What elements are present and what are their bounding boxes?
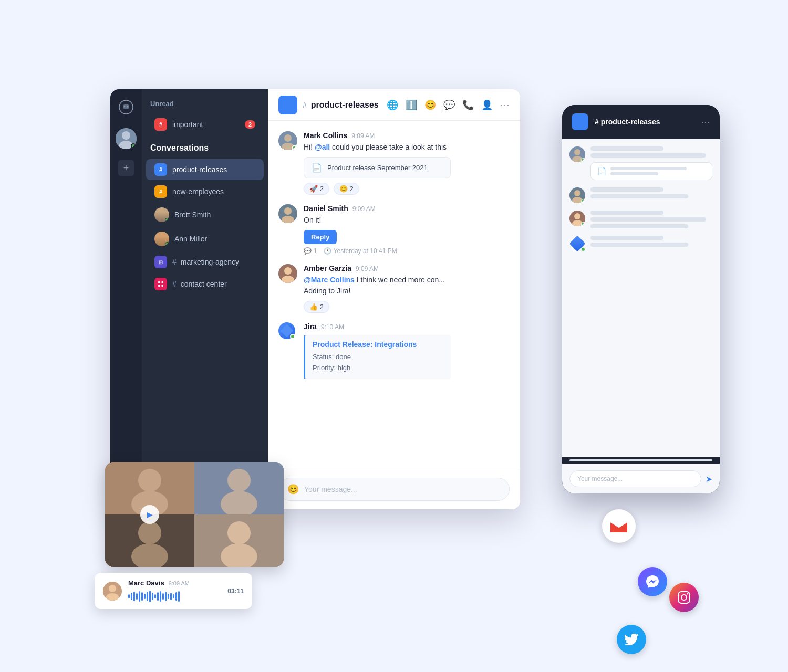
sidebar-item-important[interactable]: # important 2 (146, 114, 264, 135)
svg-rect-6 (158, 281, 160, 284)
jira-card[interactable]: Product Release: Integrations Status: do… (304, 335, 451, 379)
message-input-container[interactable]: 😊 Your message... (278, 478, 510, 501)
msg-sender: Daniel Smith (304, 204, 348, 213)
comment-icon: 💬 (304, 247, 312, 255)
svg-rect-43 (194, 514, 284, 567)
mobile-text-line (590, 211, 663, 215)
reply-button[interactable]: Reply (304, 230, 337, 244)
wave-bar (157, 592, 159, 601)
channel-icon-product-releases: # (154, 163, 167, 176)
unread-badge: 2 (245, 120, 255, 129)
reaction-rocket[interactable]: 🚀 2 (304, 183, 329, 195)
sidebar-item-label: product-releases (172, 165, 227, 174)
sidebar-item-brett-smith[interactable]: Brett Smith (146, 203, 264, 226)
message-row: Amber Garzia 9:09 AM @Marc Collins I thi… (278, 264, 510, 313)
twitter-icon[interactable] (617, 625, 646, 654)
video-overlay: ▶ (105, 462, 284, 567)
sidebar-item-new-employees[interactable]: # new-employees (146, 181, 264, 202)
emoji-picker-icon[interactable]: 😊 (287, 484, 299, 495)
svg-rect-9 (162, 285, 164, 287)
msg-sender: Amber Garzia (304, 264, 351, 272)
reply-count: 💬 1 (304, 247, 317, 255)
mobile-msg-lines (590, 211, 712, 228)
instagram-icon[interactable] (669, 583, 699, 612)
svg-point-20 (574, 149, 580, 155)
sidebar-item-ann-miller[interactable]: Ann Miller (146, 227, 264, 250)
svg-point-49 (681, 595, 687, 600)
attachment-name: Product release September 2021 (327, 164, 428, 172)
globe-icon[interactable]: 🌐 (387, 99, 398, 111)
msg-content-amber: Amber Garzia 9:09 AM @Marc Collins I thi… (304, 264, 510, 313)
msg-avatar-amber (278, 264, 297, 283)
svg-rect-8 (158, 285, 160, 287)
msg-time: 9:09 AM (351, 132, 375, 140)
message-row: Daniel Smith 9:09 AM On it! Reply 💬 1 🕐 (278, 204, 510, 255)
msg-time: 9:10 AM (321, 323, 344, 331)
sidebar-item-label: contact center (181, 280, 227, 288)
mobile-attach-line (610, 172, 658, 175)
mobile-message-input[interactable]: Your message... (569, 470, 701, 487)
sidebar-item-contact-center[interactable]: # contact center (146, 274, 264, 295)
person-icon[interactable]: 👤 (481, 99, 493, 111)
play-button[interactable]: ▶ (140, 505, 159, 524)
sidebar-item-marketing-agency[interactable]: ⊞ # marketing-agency (146, 251, 264, 272)
mobile-channel-name: # product-releases (595, 118, 694, 126)
sidebar-item-label: marketing-agency (181, 258, 239, 266)
wave-bar (162, 593, 164, 600)
messenger-icon[interactable] (638, 567, 667, 596)
sidebar-item-label: Brett Smith (174, 211, 211, 219)
mobile-text-line (590, 224, 688, 228)
message-input-placeholder: Your message... (304, 485, 501, 494)
mobile-attachment: 📄 (590, 162, 712, 180)
wave-bar (149, 591, 151, 602)
mobile-msg-lines: 📄 (590, 146, 712, 180)
add-button[interactable]: + (118, 160, 134, 176)
msg-text: On it! (304, 215, 510, 226)
sidebar-item-product-releases[interactable]: # product-releases (146, 159, 264, 180)
msg-attachment[interactable]: 📄 Product release September 2021 (304, 157, 451, 178)
msg-content-jira: Jira 9:10 AM Product Release: Integratio… (304, 322, 510, 379)
svg-point-26 (574, 213, 580, 219)
msg-content-mark: Mark Collins 9:09 AM Hi! @all could you … (304, 131, 510, 195)
mobile-msg-lines (590, 236, 712, 247)
msg-avatar-mark (278, 131, 297, 150)
reaction-smile[interactable]: 😊 2 (334, 183, 359, 195)
phone-icon[interactable]: 📞 (462, 99, 474, 111)
reaction-thumbs-up[interactable]: 👍 2 (304, 301, 329, 313)
conversations-sidebar: Unread # important 2 Conversations # pro… (142, 89, 268, 509)
jira-priority: Priority: high (313, 363, 443, 374)
mobile-msg-avatar (569, 187, 585, 203)
mobile-channel-icon (572, 113, 588, 130)
mobile-msg-row: 📄 (569, 146, 712, 180)
mobile-attach-line (610, 167, 687, 170)
mobile-jira-row (569, 236, 712, 251)
chat-header: # product-releases 🌐 ℹ️ 😊 💬 📞 👤 ⋯ (268, 89, 520, 121)
svg-point-4 (122, 131, 130, 140)
mobile-send-icon[interactable]: ➤ (706, 474, 712, 484)
mobile-jira-avatar (569, 236, 585, 251)
wave-bar (139, 591, 140, 602)
msg-content-daniel: Daniel Smith 9:09 AM On it! Reply 💬 1 🕐 (304, 204, 510, 255)
mobile-input-row[interactable]: Your message... ➤ (562, 464, 720, 494)
chat-icon[interactable]: 💬 (443, 99, 455, 111)
more-icon[interactable]: ⋯ (500, 99, 510, 111)
mobile-msg-row (569, 187, 712, 203)
ann-miller-avatar (154, 232, 169, 246)
voice-avatar (103, 582, 122, 601)
mobile-msg-lines (590, 187, 712, 198)
mobile-more-icon[interactable]: ⋯ (701, 116, 710, 128)
info-icon[interactable]: ℹ️ (406, 99, 417, 111)
mobile-messages: 📄 (562, 139, 720, 457)
wave-bar (152, 593, 153, 600)
channel-header-name: product-releases (311, 100, 381, 110)
wave-bar (136, 593, 138, 600)
mobile-text-line (590, 217, 706, 222)
emoji-icon[interactable]: 😊 (424, 99, 436, 111)
wave-bar (144, 594, 146, 599)
gmail-icon[interactable] (602, 509, 636, 543)
mobile-text-line (590, 236, 663, 240)
user-avatar[interactable] (116, 128, 137, 149)
sidebar-item-label: Ann Miller (174, 235, 207, 243)
online-indicator (131, 143, 136, 149)
jira-avatar (278, 322, 295, 339)
